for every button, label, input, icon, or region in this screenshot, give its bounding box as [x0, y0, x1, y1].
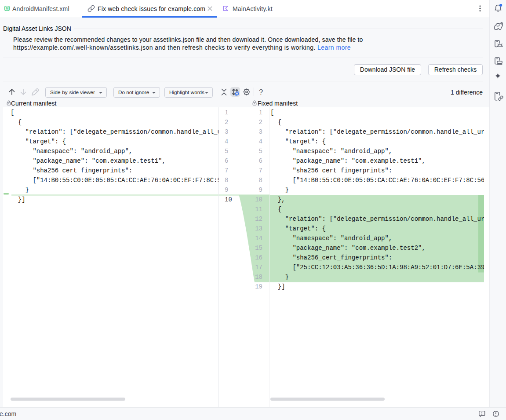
svg-text:?: ?	[259, 88, 263, 96]
svg-text:M: M	[5, 6, 8, 11]
